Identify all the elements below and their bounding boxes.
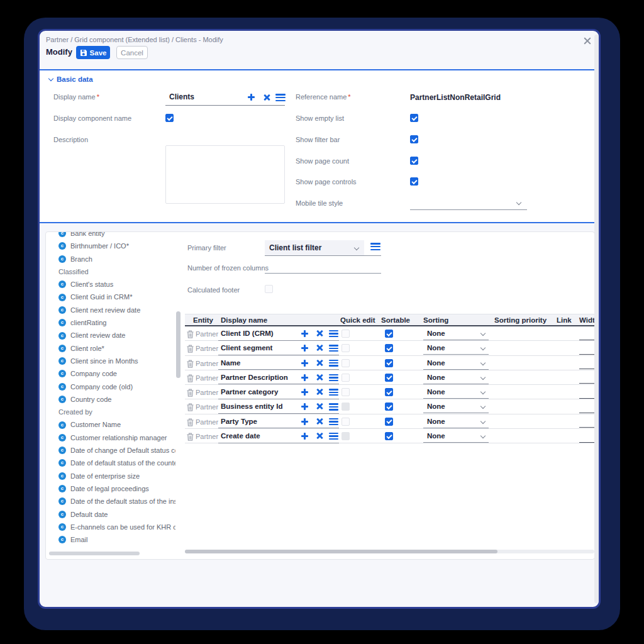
width-input[interactable] bbox=[579, 442, 595, 443]
menu-icon[interactable] bbox=[329, 418, 338, 426]
quick-edit-checkbox[interactable] bbox=[341, 344, 350, 352]
show-page-controls-checkbox[interactable] bbox=[410, 177, 418, 186]
delete-row-icon[interactable] bbox=[187, 432, 194, 443]
add-icon[interactable] bbox=[301, 432, 309, 440]
menu-icon[interactable] bbox=[329, 433, 338, 441]
sorting-select[interactable]: None bbox=[423, 401, 489, 413]
field-list-item[interactable]: cCustomer relationship manager bbox=[50, 431, 175, 444]
calculated-footer-checkbox[interactable] bbox=[265, 285, 273, 293]
primary-filter-select[interactable]: Client list filter bbox=[265, 240, 364, 255]
sortable-checkbox[interactable] bbox=[385, 432, 393, 440]
sorting-select[interactable]: None bbox=[423, 357, 489, 370]
field-list-item[interactable]: cCompany code bbox=[50, 367, 175, 380]
field-list-item[interactable]: cDate of default status of the counte bbox=[50, 457, 175, 469]
sortable-checkbox[interactable] bbox=[385, 330, 393, 338]
menu-icon[interactable] bbox=[329, 330, 338, 338]
width-input[interactable] bbox=[579, 413, 595, 413]
row-display-name-input[interactable]: Name bbox=[221, 359, 240, 367]
field-list-scrollbar[interactable] bbox=[176, 311, 180, 378]
sortable-checkbox[interactable] bbox=[385, 418, 393, 426]
modal-scrollbar[interactable] bbox=[594, 35, 599, 603]
display-name-input[interactable]: Clients bbox=[165, 89, 285, 106]
field-list-item[interactable]: cCountry code bbox=[50, 393, 175, 406]
width-input[interactable] bbox=[579, 340, 595, 340]
menu-icon[interactable] bbox=[329, 360, 338, 368]
menu-icon[interactable] bbox=[329, 374, 338, 382]
menu-icon[interactable] bbox=[329, 345, 338, 353]
frozen-columns-input[interactable] bbox=[265, 261, 381, 274]
add-icon[interactable] bbox=[301, 418, 309, 426]
field-list-group[interactable]: Created by bbox=[50, 406, 175, 418]
show-filter-bar-checkbox[interactable] bbox=[410, 135, 418, 143]
close-icon[interactable] bbox=[584, 37, 591, 45]
clear-icon[interactable] bbox=[316, 359, 323, 367]
field-list-item[interactable]: cBirthnumber / ICO* bbox=[50, 240, 175, 252]
quick-edit-checkbox[interactable] bbox=[341, 402, 350, 411]
delete-row-icon[interactable] bbox=[187, 418, 194, 429]
clear-icon[interactable] bbox=[316, 402, 323, 410]
field-list-item[interactable]: cclientRating bbox=[50, 316, 175, 329]
clear-icon[interactable] bbox=[263, 94, 270, 101]
field-list-item[interactable]: cClient review date bbox=[50, 329, 175, 341]
add-icon[interactable] bbox=[301, 374, 309, 382]
field-list-item[interactable]: cDate of the default status of the ins bbox=[50, 495, 175, 508]
clear-icon[interactable] bbox=[316, 388, 323, 396]
sortable-checkbox[interactable] bbox=[385, 359, 393, 367]
menu-icon[interactable] bbox=[329, 403, 338, 411]
sortable-checkbox[interactable] bbox=[385, 374, 393, 382]
field-list-item[interactable]: cDate of legal proceedings bbox=[50, 482, 175, 495]
field-list-item[interactable]: cCompany code (old) bbox=[50, 380, 175, 393]
add-icon[interactable] bbox=[247, 93, 255, 101]
row-display-name-input[interactable]: Partner category bbox=[221, 388, 278, 396]
clear-icon[interactable] bbox=[316, 344, 323, 352]
row-display-name-input[interactable]: Partner Description bbox=[221, 374, 288, 381]
menu-icon[interactable] bbox=[370, 243, 380, 252]
width-input[interactable] bbox=[579, 369, 595, 369]
delete-row-icon[interactable] bbox=[187, 388, 194, 399]
field-list-item[interactable]: cEmail bbox=[50, 533, 175, 546]
sortable-checkbox[interactable] bbox=[385, 402, 393, 411]
field-list-item[interactable]: cClient role* bbox=[50, 342, 175, 355]
row-display-name-input[interactable]: Business entity Id bbox=[221, 402, 282, 410]
menu-icon[interactable] bbox=[275, 94, 286, 103]
field-list-item[interactable]: cCustomer Name bbox=[50, 418, 175, 431]
field-list-item[interactable]: cDate of change of Default status co bbox=[50, 444, 175, 457]
display-component-name-checkbox[interactable] bbox=[165, 114, 174, 122]
menu-icon[interactable] bbox=[329, 389, 338, 397]
width-input[interactable] bbox=[579, 398, 595, 399]
width-input[interactable] bbox=[579, 427, 595, 428]
delete-row-icon[interactable] bbox=[187, 330, 194, 341]
row-display-name-input[interactable]: Client segment bbox=[221, 344, 272, 352]
delete-row-icon[interactable] bbox=[187, 402, 194, 414]
field-list-group[interactable]: Classified bbox=[50, 265, 175, 278]
field-list-item[interactable]: cDefault date bbox=[50, 508, 175, 521]
sortable-checkbox[interactable] bbox=[385, 388, 393, 396]
quick-edit-checkbox[interactable] bbox=[341, 330, 350, 338]
row-display-name-input[interactable]: Party Type bbox=[221, 418, 257, 425]
clear-icon[interactable] bbox=[316, 418, 323, 425]
field-list-item[interactable]: cBank entity bbox=[50, 231, 175, 240]
row-display-name-input[interactable]: Client ID (CRM) bbox=[221, 330, 274, 337]
mobile-tile-style-select[interactable] bbox=[410, 195, 527, 210]
delete-row-icon[interactable] bbox=[187, 359, 194, 370]
cancel-button[interactable]: Cancel bbox=[116, 46, 148, 59]
add-icon[interactable] bbox=[301, 359, 309, 367]
sortable-checkbox[interactable] bbox=[385, 344, 393, 352]
field-list-item[interactable]: cBranch bbox=[50, 253, 175, 265]
field-list-item[interactable]: cClient Guid in CRM* bbox=[50, 291, 175, 303]
description-textarea[interactable] bbox=[165, 145, 285, 204]
field-list-item[interactable]: cClient's status bbox=[50, 278, 175, 291]
field-list-item[interactable]: cE-channels can be used for KHR co bbox=[50, 521, 175, 533]
delete-row-icon[interactable] bbox=[187, 374, 194, 385]
add-icon[interactable] bbox=[301, 330, 309, 338]
field-list-hscrollbar[interactable] bbox=[49, 552, 140, 555]
delete-row-icon[interactable] bbox=[187, 344, 194, 355]
clear-icon[interactable] bbox=[316, 432, 323, 440]
table-hscrollbar[interactable] bbox=[185, 550, 497, 553]
quick-edit-checkbox[interactable] bbox=[341, 418, 350, 426]
field-list-item[interactable]: cClient since in Months bbox=[50, 355, 175, 367]
quick-edit-checkbox[interactable] bbox=[341, 359, 350, 367]
add-icon[interactable] bbox=[301, 388, 309, 396]
field-list-item[interactable]: cDate of enterprise size bbox=[50, 470, 175, 482]
quick-edit-checkbox[interactable] bbox=[341, 432, 350, 440]
